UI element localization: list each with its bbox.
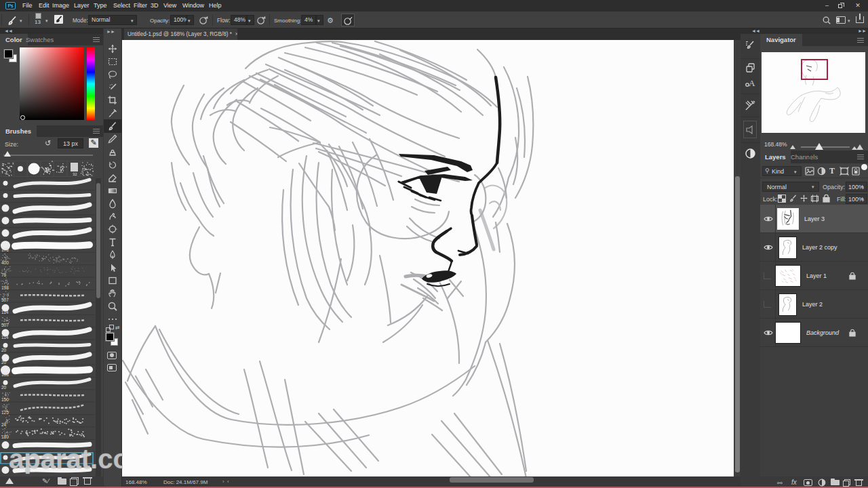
svg-text:125: 125: [1, 410, 9, 415]
svg-text:198: 198: [1, 285, 9, 290]
svg-text:32: 32: [73, 172, 77, 176]
svg-text:20: 20: [1, 348, 7, 352]
svg-text:108: 108: [1, 372, 9, 377]
svg-text:180: 180: [1, 434, 9, 439]
svg-text:150: 150: [1, 397, 9, 402]
svg-text:76: 76: [1, 272, 7, 277]
svg-text:20: 20: [1, 360, 7, 365]
svg-text:400: 400: [1, 260, 9, 265]
svg-text:20: 20: [1, 385, 7, 390]
svg-text:24: 24: [1, 422, 7, 427]
svg-text:178: 178: [1, 247, 9, 252]
svg-text:114: 114: [1, 310, 9, 314]
svg-text:507: 507: [1, 298, 9, 302]
svg-text:114: 114: [1, 335, 9, 340]
svg-text:507: 507: [1, 323, 9, 327]
svg-text:A: A: [749, 78, 755, 88]
